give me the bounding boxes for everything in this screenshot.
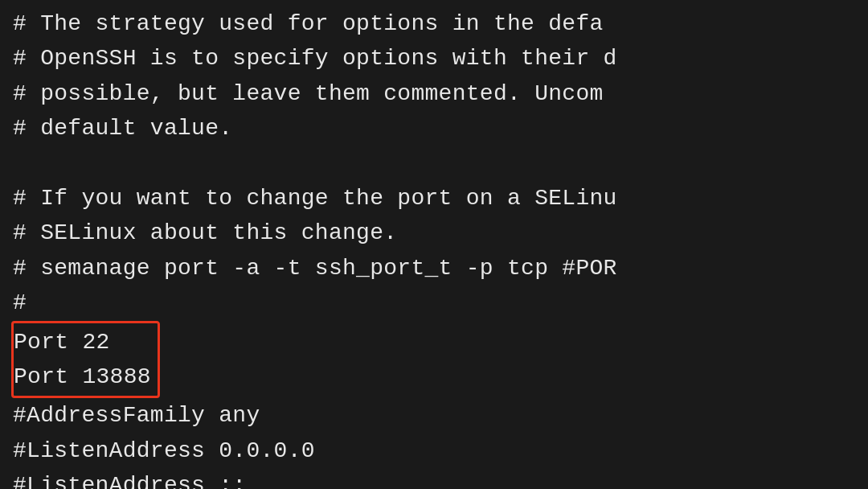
line-12: #AddressFamily any	[13, 398, 855, 433]
line-5	[13, 146, 855, 181]
line-9: #	[13, 286, 855, 320]
line-4: # default value.	[13, 111, 855, 146]
line-7: # SELinux about this change.	[13, 216, 855, 250]
line-14: #ListenAddress ::	[13, 468, 855, 489]
line-2: # OpenSSH is to specify options with the…	[13, 41, 855, 76]
line-11: Port 13888	[14, 360, 151, 394]
code-content: # The strategy used for options in the d…	[0, 0, 868, 489]
code-editor: # The strategy used for options in the d…	[0, 0, 868, 489]
line-1: # The strategy used for options in the d…	[13, 6, 855, 41]
line-8: # semanage port -a -t ssh_port_t -p tcp …	[13, 251, 855, 286]
line-6: # If you want to change the port on a SE…	[13, 181, 855, 216]
line-10: Port 22	[14, 325, 151, 360]
port-highlight-box: Port 22 Port 13888	[11, 321, 160, 399]
line-3: # possible, but leave them commented. Un…	[13, 76, 855, 111]
line-13: #ListenAddress 0.0.0.0	[13, 434, 855, 468]
